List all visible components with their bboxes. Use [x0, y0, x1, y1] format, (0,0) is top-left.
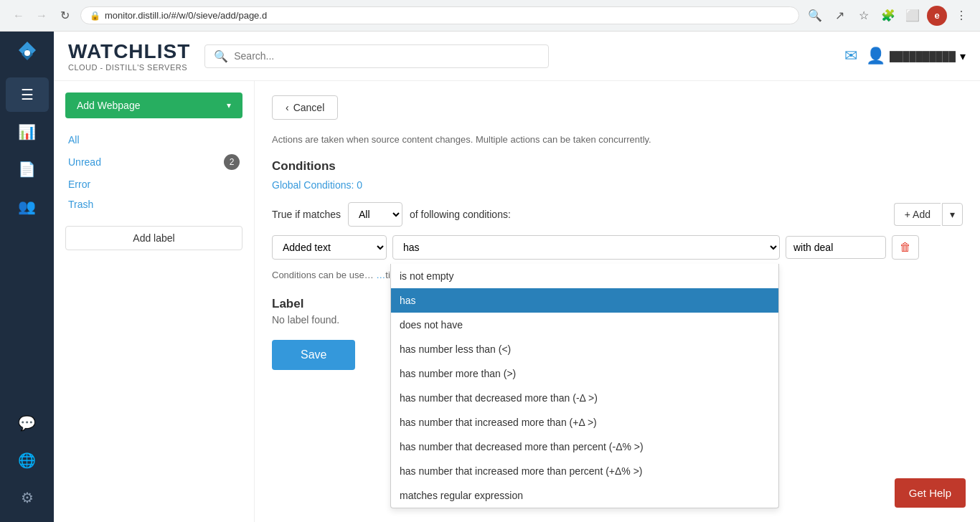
dropdown-option-decreased-more-than[interactable]: has number that decreased more than (-Δ …	[391, 386, 778, 410]
forward-button[interactable]: →	[32, 6, 52, 26]
sidebar: ☰ 📊 📄 👥 💬 🌐 ⚙	[0, 32, 54, 522]
page-title: WATCHLIST	[68, 40, 190, 63]
header-actions: ✉ 👤 ██████████ ▾	[844, 47, 966, 65]
dropdown-option-increased-more-than[interactable]: has number that increased more than (+Δ …	[391, 410, 778, 435]
nav-trash-label: Trash	[68, 199, 93, 210]
of-following-label: of following conditions:	[410, 209, 511, 220]
nav-unread-label: Unread	[68, 156, 101, 168]
lock-icon: 🔒	[90, 11, 100, 21]
translate-icon: 🌐	[18, 452, 36, 469]
document-icon: 📄	[18, 161, 36, 178]
main-content: WATCHLIST CLOUD - DISTILL'S SERVERS 🔍 ✉ …	[54, 32, 980, 522]
nav-link-all[interactable]: All	[65, 130, 242, 150]
header: WATCHLIST CLOUD - DISTILL'S SERVERS 🔍 ✉ …	[54, 32, 980, 81]
search-icon: 🔍	[214, 49, 228, 63]
mail-icon[interactable]: ✉	[844, 47, 857, 65]
condition-match-row: True if matches All Any None of followin…	[272, 202, 963, 227]
add-condition-group: + Add ▾	[894, 203, 963, 226]
action-note: Actions are taken when source content ch…	[272, 134, 963, 145]
svg-point-0	[24, 50, 30, 56]
dropdown-option-does-not-have[interactable]: does not have	[391, 313, 778, 337]
menu-icon[interactable]: ⋮	[951, 6, 971, 26]
users-icon: 👥	[18, 198, 36, 215]
share-icon[interactable]: ↗	[829, 6, 849, 26]
list-icon: ☰	[21, 86, 34, 103]
condition-type-select[interactable]: Added text Removed text Changed text Has…	[272, 235, 387, 260]
dropdown-arrow-icon: ▾	[227, 100, 231, 110]
dropdown-option-decreased-percent[interactable]: has number that decreased more than perc…	[391, 435, 778, 459]
app-container: ☰ 📊 📄 👥 💬 🌐 ⚙ WATCHLIST CLOUD - DISTILL'…	[0, 32, 980, 522]
dropdown-option-increased-percent[interactable]: has number that increased more than perc…	[391, 459, 778, 483]
window-icon[interactable]: ⬜	[903, 6, 923, 26]
left-panel: Add Webpage ▾ All Unread 2 Error T	[54, 81, 255, 522]
settings-icon: ⚙	[21, 489, 34, 506]
condition-operator-dropdown: is not empty has does not have has numbe…	[390, 264, 779, 508]
title-block: WATCHLIST CLOUD - DISTILL'S SERVERS	[68, 40, 190, 72]
add-condition-button[interactable]: + Add	[894, 203, 941, 226]
sidebar-item-document[interactable]: 📄	[6, 152, 49, 186]
browser-actions: 🔍 ↗ ☆ 🧩 ⬜ e ⋮	[805, 6, 971, 26]
dropdown-option-regex[interactable]: matches regular expression	[391, 483, 778, 508]
back-arrow-icon: ‹	[286, 102, 289, 113]
save-button[interactable]: Save	[272, 340, 355, 370]
match-select[interactable]: All Any None	[348, 202, 402, 227]
logo[interactable]	[13, 39, 42, 67]
delete-condition-button[interactable]: 🗑	[892, 235, 919, 260]
address-bar[interactable]: 🔒 monitor.distill.io/#/w/0/sieve/add/pag…	[80, 6, 799, 24]
user-area[interactable]: 👤 ██████████ ▾	[866, 47, 966, 65]
sidebar-item-watchlist[interactable]: ☰	[6, 77, 49, 112]
url-text: monitor.distill.io/#/w/0/sieve/add/page.…	[105, 10, 267, 21]
add-webpage-label: Add Webpage	[77, 100, 140, 111]
nav-link-trash[interactable]: Trash	[65, 194, 242, 214]
sidebar-item-translate[interactable]: 🌐	[6, 443, 49, 478]
sidebar-item-chat[interactable]: 💬	[6, 406, 49, 440]
cancel-button[interactable]: ‹ Cancel	[272, 95, 338, 120]
search-icon[interactable]: 🔍	[805, 6, 825, 26]
search-bar[interactable]: 🔍	[204, 44, 549, 68]
nav-links: All Unread 2 Error Trash	[65, 130, 242, 214]
dropdown-option-has[interactable]: has	[391, 288, 778, 313]
nav-error-label: Error	[68, 179, 90, 190]
nav-buttons: ← → ↻	[9, 6, 75, 26]
nav-all-label: All	[68, 134, 80, 146]
sidebar-item-chart[interactable]: 📊	[6, 115, 49, 149]
dropdown-option-more-than[interactable]: has number more than (>)	[391, 361, 778, 386]
global-conditions-link[interactable]: Global Conditions: 0	[272, 179, 963, 191]
unread-badge: 2	[224, 154, 240, 170]
condition-operator-select[interactable]: is not empty has does not have has numbe…	[392, 235, 780, 260]
condition-value-input[interactable]	[786, 236, 886, 259]
star-icon[interactable]: ☆	[854, 6, 874, 26]
extension-icon[interactable]: 🧩	[878, 6, 898, 26]
chart-icon: 📊	[18, 123, 36, 141]
nav-link-unread[interactable]: Unread 2	[65, 150, 242, 174]
add-condition-dropdown-button[interactable]: ▾	[942, 203, 963, 226]
dropdown-option-less-than[interactable]: has number less than (<)	[391, 337, 778, 361]
get-help-button[interactable]: Get Help	[895, 478, 966, 508]
right-panel: ‹ Cancel Actions are taken when source c…	[255, 81, 980, 522]
reload-button[interactable]: ↻	[55, 6, 75, 26]
filter-row: Added text Removed text Changed text Has…	[272, 235, 963, 260]
page-subtitle: CLOUD - DISTILL'S SERVERS	[68, 63, 190, 72]
chat-icon: 💬	[18, 414, 36, 432]
conditions-title: Conditions	[272, 159, 963, 174]
nav-link-error[interactable]: Error	[65, 174, 242, 194]
add-label-button[interactable]: Add label	[65, 226, 242, 250]
dropdown-option-is-not-empty[interactable]: is not empty	[391, 264, 778, 288]
true-if-label: True if matches	[272, 209, 341, 220]
user-name: ██████████	[890, 51, 956, 62]
sidebar-item-settings[interactable]: ⚙	[6, 480, 49, 515]
back-button[interactable]: ←	[9, 6, 29, 26]
browser-chrome: ← → ↻ 🔒 monitor.distill.io/#/w/0/sieve/a…	[0, 0, 980, 32]
user-icon: 👤	[866, 47, 885, 65]
add-webpage-button[interactable]: Add Webpage ▾	[65, 92, 242, 118]
search-input[interactable]	[234, 50, 540, 62]
sidebar-item-users[interactable]: 👥	[6, 189, 49, 224]
chevron-down-icon: ▾	[960, 49, 966, 63]
content-area: Add Webpage ▾ All Unread 2 Error T	[54, 81, 980, 522]
profile-button[interactable]: e	[927, 6, 947, 26]
cancel-label: Cancel	[293, 102, 325, 113]
